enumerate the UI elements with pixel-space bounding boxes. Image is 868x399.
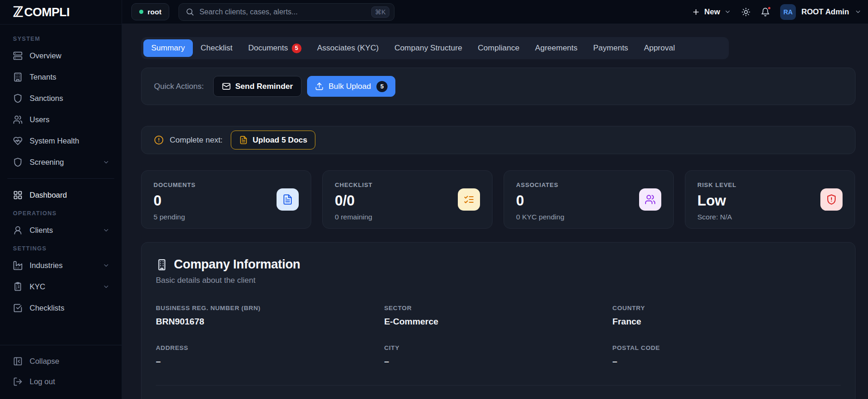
avatar: RA: [780, 4, 796, 20]
stat-label: ASSOCIATES: [516, 181, 661, 188]
sidebar-item-label: Overview: [30, 51, 62, 60]
sidebar-item-overview[interactable]: Overview: [6, 45, 115, 66]
chevron-down-icon: [855, 8, 862, 15]
tab-payments[interactable]: Payments: [585, 39, 636, 57]
search-shortcut-badge: ⌘K: [371, 6, 389, 18]
logout-label: Log out: [30, 377, 55, 386]
quick-actions-panel: Quick Actions: Send Reminder Bulk Upload…: [141, 68, 856, 105]
new-button[interactable]: New: [692, 7, 731, 16]
tab-associates-kyc[interactable]: Associates (KYC): [309, 39, 387, 57]
theme-toggle-button[interactable]: [741, 7, 751, 17]
global-search[interactable]: ⌘K: [179, 3, 394, 21]
company-fields-row-1: BUSINESS REG. NUMBER (BRN) BRN901678 SEC…: [156, 305, 841, 327]
sidebar-item-system-health[interactable]: System Health: [6, 130, 115, 151]
sidebar-item-checklists[interactable]: Checklists: [6, 297, 115, 318]
tab-compliance[interactable]: Compliance: [470, 39, 527, 57]
sidebar-item-label: Users: [30, 115, 49, 124]
quick-actions-label: Quick Actions:: [154, 82, 204, 91]
bulk-upload-button[interactable]: Bulk Upload 5: [307, 76, 395, 97]
chevron-down-icon: [103, 227, 110, 234]
sidebar-item-sanctions[interactable]: Sanctions: [6, 87, 115, 109]
upload-docs-button[interactable]: Upload 5 Docs: [231, 131, 315, 150]
env-badge-label: root: [148, 8, 161, 16]
field-sector: SECTOR E-Commerce: [384, 305, 613, 327]
send-reminder-button[interactable]: Send Reminder: [213, 76, 302, 97]
sidebar-item-label: KYC: [30, 282, 45, 291]
field-country: COUNTRY France: [612, 305, 841, 327]
sidebar-nav: SYSTEM Overview Tenants Sanctions Users: [0, 36, 122, 318]
search-icon: [185, 7, 194, 16]
tab-bar: Summary Checklist Documents 5 Associates…: [141, 37, 729, 59]
tab-summary[interactable]: Summary: [143, 39, 193, 57]
tab-approval[interactable]: Approval: [636, 39, 683, 57]
collapse-label: Collapse: [30, 357, 59, 366]
sidebar-item-users[interactable]: Users: [6, 109, 115, 130]
sidebar-item-kyc[interactable]: KYC: [6, 276, 115, 297]
tab-agreements[interactable]: Agreements: [527, 39, 585, 57]
nav-section-operations: OPERATIONS: [13, 210, 115, 217]
list-checks-icon: [458, 188, 480, 211]
file-text-icon: [239, 136, 248, 144]
shield-icon: [13, 157, 23, 167]
upload-docs-label: Upload 5 Docs: [252, 136, 307, 145]
notifications-button[interactable]: [761, 7, 770, 17]
sidebar-footer: Collapse Log out: [0, 345, 122, 399]
users-icon: [639, 188, 661, 211]
collapse-button[interactable]: Collapse: [6, 351, 115, 371]
sidebar-item-label: Industries: [30, 261, 63, 270]
file-text-icon: [277, 188, 299, 211]
upload-icon: [315, 82, 324, 91]
brand-z-icon: ℤ: [13, 5, 23, 19]
alert-circle-icon: [154, 135, 164, 145]
shield-alert-icon: [820, 188, 843, 211]
stat-card-risk-level[interactable]: RISK LEVEL Low Score: N/A: [685, 170, 855, 229]
nav-section-settings: SETTINGS: [13, 245, 115, 252]
company-fields-row-2: ADDRESS – CITY – POSTAL CODE –: [156, 344, 841, 367]
tab-documents[interactable]: Documents 5: [240, 39, 309, 57]
sidebar-item-industries[interactable]: Industries: [6, 255, 115, 276]
nav-divider: [7, 178, 114, 179]
stats-row: DOCUMENTS 0 5 pending CHECKLIST 0/0 0 re…: [141, 170, 856, 229]
logout-button[interactable]: Log out: [6, 371, 115, 392]
field-brn: BUSINESS REG. NUMBER (BRN) BRN901678: [156, 305, 384, 327]
sidebar-item-label: Tenants: [30, 73, 56, 81]
stat-sub: 0 KYC pending: [516, 213, 661, 221]
env-badge[interactable]: root: [131, 3, 169, 20]
bulk-upload-count-badge: 5: [376, 81, 388, 92]
status-dot-icon: [139, 10, 143, 14]
stat-label: RISK LEVEL: [697, 181, 843, 188]
sidebar-item-label: Sanctions: [30, 94, 63, 103]
complete-next-panel: Complete next: Upload 5 Docs: [141, 126, 856, 154]
send-reminder-label: Send Reminder: [235, 82, 293, 91]
plus-icon: [692, 8, 700, 16]
user-menu[interactable]: RA ROOT Admin: [780, 4, 862, 20]
dashboard-grid-icon: [13, 190, 23, 200]
field-postal-code: POSTAL CODE –: [612, 344, 841, 367]
stat-card-associates[interactable]: ASSOCIATES 0 0 KYC pending: [504, 170, 674, 229]
sidebar-item-dashboard[interactable]: Dashboard: [6, 184, 115, 206]
stat-sub: Score: N/A: [697, 213, 843, 221]
sidebar-item-tenants[interactable]: Tenants: [6, 66, 115, 87]
sidebar-item-screening[interactable]: Screening: [6, 151, 115, 173]
building-icon: [156, 259, 168, 271]
shield-icon: [13, 94, 23, 103]
chevron-down-icon: [103, 283, 110, 290]
server-icon: [13, 51, 23, 61]
chevron-down-icon: [103, 159, 110, 166]
stat-card-documents[interactable]: DOCUMENTS 0 5 pending: [141, 170, 311, 229]
stat-label: DOCUMENTS: [154, 181, 299, 188]
brand-logo[interactable]: ℤ COMPLI: [0, 0, 122, 25]
heart-pulse-icon: [13, 136, 23, 146]
tab-company-structure[interactable]: Company Structure: [387, 39, 470, 57]
brand-name: COMPLI: [24, 5, 69, 19]
sidebar-item-clients[interactable]: Clients: [6, 219, 115, 241]
company-information-panel: Company Information Basic details about …: [141, 242, 856, 399]
user-icon: [13, 225, 23, 235]
panel-left-close-icon: [13, 356, 23, 366]
section-title: Company Information: [174, 257, 300, 272]
search-input[interactable]: [199, 8, 371, 16]
stat-card-checklist[interactable]: CHECKLIST 0/0 0 remaining: [322, 170, 492, 229]
topbar-right: New RA ROOT Admin: [692, 4, 862, 20]
stat-label: CHECKLIST: [335, 181, 480, 188]
tab-checklist[interactable]: Checklist: [193, 39, 240, 57]
